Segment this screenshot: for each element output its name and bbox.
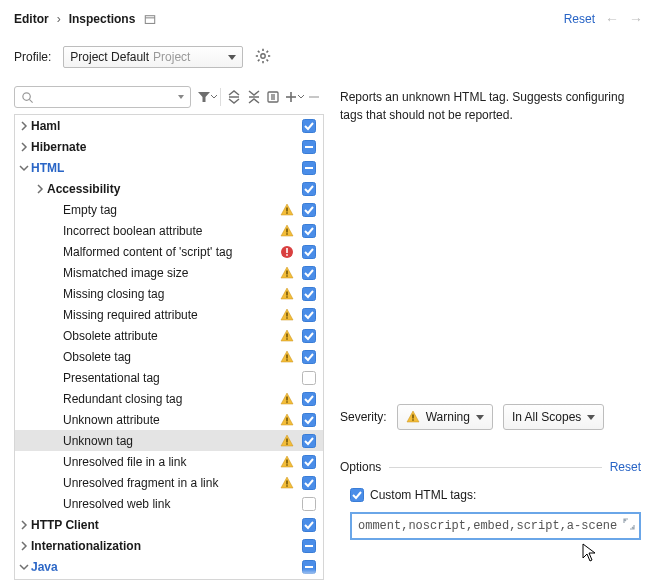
checkbox-mixed[interactable]: [299, 161, 319, 175]
breadcrumb-inspections: Inspections: [69, 12, 136, 26]
tree-label: Empty tag: [63, 203, 277, 217]
expand-all-button[interactable]: [224, 87, 244, 107]
tree-node-hibernate[interactable]: Hibernate: [15, 136, 323, 157]
tree-node-abstraction[interactable]: Abstraction issues: [15, 577, 323, 579]
checkbox-unchecked[interactable]: [299, 497, 319, 511]
chevron-right-icon[interactable]: [17, 541, 31, 551]
checkbox-checked[interactable]: [299, 203, 319, 217]
gear-icon[interactable]: [255, 48, 271, 67]
filter-button[interactable]: [197, 87, 217, 107]
warning-icon: [277, 329, 297, 343]
checkbox-mixed[interactable]: [299, 539, 319, 553]
add-button[interactable]: [284, 87, 304, 107]
scope-value: In All Scopes: [512, 410, 581, 424]
tree-node-html[interactable]: HTML: [15, 157, 323, 178]
tree-label: Unknown attribute: [63, 413, 277, 427]
custom-tags-checkbox[interactable]: [350, 488, 364, 502]
tree-node-accessibility[interactable]: Accessibility: [15, 178, 323, 199]
tree-label: Unresolved fragment in a link: [63, 476, 277, 490]
tree-node-malformed-script[interactable]: Malformed content of 'script' tag: [15, 241, 323, 262]
tree-label: Internationalization: [31, 539, 277, 553]
tree-node-mismatched-img[interactable]: Mismatched image size: [15, 262, 323, 283]
tree-node-unresolved-web[interactable]: Unresolved web link: [15, 493, 323, 514]
checkbox-checked[interactable]: [299, 350, 319, 364]
checkbox-checked[interactable]: [299, 413, 319, 427]
remove-button: [304, 87, 324, 107]
tree-node-redundant-closing[interactable]: Redundant closing tag: [15, 388, 323, 409]
checkbox-checked[interactable]: [299, 224, 319, 238]
reset-link[interactable]: Reset: [564, 12, 595, 26]
tree-node-incorrect-boolean[interactable]: Incorrect boolean attribute: [15, 220, 323, 241]
tree-node-obsolete-tag[interactable]: Obsolete tag: [15, 346, 323, 367]
checkbox-unchecked[interactable]: [299, 371, 319, 385]
tree-label: Haml: [31, 119, 277, 133]
search-input[interactable]: [14, 86, 191, 108]
chevron-down-icon[interactable]: [17, 562, 31, 572]
tree-label: Mismatched image size: [63, 266, 277, 280]
open-in-window-icon[interactable]: [143, 12, 157, 26]
tree-node-missing-required[interactable]: Missing required attribute: [15, 304, 323, 325]
checkbox-mixed[interactable]: [299, 560, 319, 574]
collapse-all-button[interactable]: [244, 87, 264, 107]
inspection-description: Reports an unknown HTML tag. Suggests co…: [340, 86, 641, 124]
custom-tags-input[interactable]: omment,noscript,embed,script,a-scene: [350, 512, 641, 540]
checkbox-checked[interactable]: [299, 287, 319, 301]
tree-node-obsolete-attr[interactable]: Obsolete attribute: [15, 325, 323, 346]
profile-select[interactable]: Project Default Project: [63, 46, 243, 68]
tree-node-java[interactable]: Java: [15, 556, 323, 577]
tree-node-unresolved-file[interactable]: Unresolved file in a link: [15, 451, 323, 472]
scope-select[interactable]: In All Scopes: [503, 404, 604, 430]
checkbox-checked[interactable]: [299, 119, 319, 133]
search-icon: [21, 91, 34, 104]
inspections-tree[interactable]: Haml Hibernate HTML: [15, 115, 323, 579]
tree-node-presentational[interactable]: Presentational tag: [15, 367, 323, 388]
forward-button[interactable]: →: [629, 12, 643, 26]
warning-icon: [277, 434, 297, 448]
breadcrumb-editor[interactable]: Editor: [14, 12, 49, 26]
tree-node-unknown-attr[interactable]: Unknown attribute: [15, 409, 323, 430]
checkbox-checked[interactable]: [299, 182, 319, 196]
warning-icon: [277, 413, 297, 427]
expand-icon[interactable]: [623, 518, 635, 534]
chevron-down-icon[interactable]: [178, 95, 184, 99]
warning-icon: [277, 455, 297, 469]
checkbox-checked[interactable]: [299, 329, 319, 343]
tree-node-unresolved-fragment[interactable]: Unresolved fragment in a link: [15, 472, 323, 493]
tree-node-http-client[interactable]: HTTP Client: [15, 514, 323, 535]
checkbox-checked[interactable]: [299, 266, 319, 280]
chevron-down-icon[interactable]: [17, 163, 31, 173]
warning-icon: [277, 350, 297, 364]
tree-label: Redundant closing tag: [63, 392, 277, 406]
checkbox-checked[interactable]: [299, 392, 319, 406]
tree-label: HTML: [31, 161, 277, 175]
tree-node-haml[interactable]: Haml: [15, 115, 323, 136]
tree-label: Unresolved web link: [63, 497, 277, 511]
tree-label: Accessibility: [47, 182, 277, 196]
checkbox-checked[interactable]: [299, 518, 319, 532]
checkbox-checked[interactable]: [299, 476, 319, 490]
tree-label: Obsolete tag: [63, 350, 277, 364]
checkbox-checked[interactable]: [299, 455, 319, 469]
checkbox-checked[interactable]: [299, 245, 319, 259]
back-button[interactable]: ←: [605, 12, 619, 26]
options-reset-link[interactable]: Reset: [610, 460, 641, 474]
warning-icon: [406, 410, 420, 424]
chevron-right-icon[interactable]: [17, 121, 31, 131]
tree-node-i18n[interactable]: Internationalization: [15, 535, 323, 556]
reset-button[interactable]: [264, 87, 284, 107]
checkbox-checked[interactable]: [299, 434, 319, 448]
checkbox-mixed[interactable]: [299, 140, 319, 154]
tree-label: Hibernate: [31, 140, 277, 154]
severity-select[interactable]: Warning: [397, 404, 493, 430]
breadcrumb: Editor › Inspections: [14, 12, 157, 26]
tree-node-empty-tag[interactable]: Empty tag: [15, 199, 323, 220]
tree-node-unknown-tag[interactable]: Unknown tag: [15, 430, 323, 451]
chevron-right-icon[interactable]: [33, 184, 47, 194]
warning-icon: [277, 266, 297, 280]
chevron-right-icon[interactable]: [17, 520, 31, 530]
checkbox-checked[interactable]: [299, 308, 319, 322]
tree-node-missing-closing[interactable]: Missing closing tag: [15, 283, 323, 304]
tree-label: Missing required attribute: [63, 308, 277, 322]
warning-icon: [277, 287, 297, 301]
chevron-right-icon[interactable]: [17, 142, 31, 152]
